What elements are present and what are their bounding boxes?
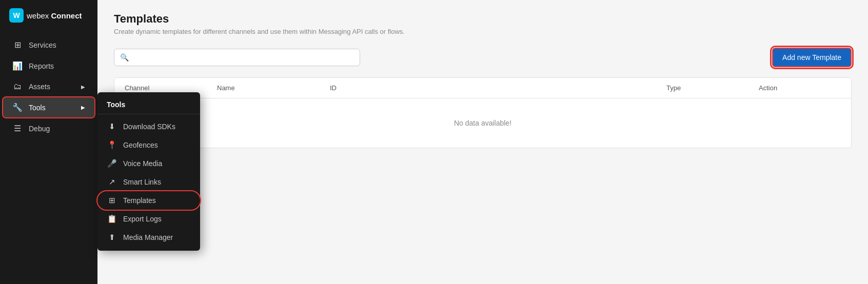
sidebar-item-assets[interactable]: 🗂 Assets ▶ (3, 77, 94, 96)
col-type: Type (666, 84, 759, 92)
tools-submenu: Tools ⬇ Download SDKs 📍 Geofences 🎤 Voic… (97, 92, 200, 251)
col-id: ID (330, 84, 666, 92)
page-subtitle: Create dynamic templates for different c… (114, 28, 852, 35)
submenu-item-voice-media[interactable]: 🎤 Voice Media (97, 154, 200, 173)
sidebar-nav: ⊞ Services 📊 Reports 🗂 Assets ▶ 🔧 Tools … (0, 31, 97, 143)
services-icon: ⊞ (12, 40, 23, 50)
geofences-icon: 📍 (107, 140, 117, 150)
main-content: Templates Create dynamic templates for d… (97, 0, 868, 284)
search-wrapper: 🔍 (114, 49, 360, 66)
debug-icon: ☰ (12, 124, 23, 133)
add-template-button[interactable]: Add new Template (772, 48, 852, 67)
page-title: Templates (114, 12, 852, 26)
download-sdks-icon: ⬇ (107, 122, 117, 131)
submenu-item-media-manager[interactable]: ⬆ Media Manager (97, 228, 200, 247)
assets-arrow-icon: ▶ (81, 84, 85, 90)
submenu-item-geofences[interactable]: 📍 Geofences (97, 136, 200, 154)
assets-icon: 🗂 (12, 82, 23, 91)
sidebar-item-label: Assets (29, 83, 50, 91)
table-empty-message: No data available! (114, 98, 851, 148)
sidebar-item-label: Reports (29, 62, 54, 70)
voice-media-icon: 🎤 (107, 159, 117, 168)
sidebar-item-reports[interactable]: 📊 Reports (3, 56, 94, 76)
reports-icon: 📊 (12, 61, 23, 71)
col-name: Name (217, 84, 330, 92)
tools-arrow-icon: ▶ (81, 105, 85, 110)
sidebar-item-label: Tools (29, 104, 46, 112)
tools-icon: 🔧 (12, 103, 23, 112)
submenu-item-smart-links[interactable]: ↗ Smart Links (97, 173, 200, 191)
export-logs-icon: 📋 (107, 214, 117, 224)
submenu-item-templates[interactable]: ⊞ Templates (97, 191, 200, 210)
table-header: Channel Name ID Type Action (114, 78, 851, 98)
search-icon: 🔍 (120, 53, 129, 62)
templates-icon: ⊞ (107, 196, 117, 205)
sidebar-item-tools[interactable]: 🔧 Tools ▶ (3, 97, 94, 117)
search-input[interactable] (114, 49, 360, 66)
logo-icon: W (9, 8, 24, 23)
logo: W webex Connect (0, 0, 97, 31)
sidebar-item-label: Debug (29, 125, 50, 133)
sidebar-item-services[interactable]: ⊞ Services (3, 35, 94, 55)
sidebar-item-debug[interactable]: ☰ Debug (3, 118, 94, 138)
logo-text: webex Connect (27, 11, 82, 20)
submenu-item-export-logs[interactable]: 📋 Export Logs (97, 210, 200, 228)
sidebar: W webex Connect ⊞ Services 📊 Reports 🗂 A… (0, 0, 97, 284)
tools-submenu-title: Tools (97, 96, 200, 114)
col-channel: Channel (125, 84, 217, 92)
col-action: Action (759, 84, 841, 92)
sidebar-item-label: Services (29, 41, 56, 49)
toolbar: 🔍 Add new Template (114, 48, 852, 67)
templates-table: Channel Name ID Type Action No data avai… (114, 77, 852, 148)
media-manager-icon: ⬆ (107, 233, 117, 242)
smart-links-icon: ↗ (107, 177, 117, 187)
submenu-item-download-sdks[interactable]: ⬇ Download SDKs (97, 117, 200, 136)
